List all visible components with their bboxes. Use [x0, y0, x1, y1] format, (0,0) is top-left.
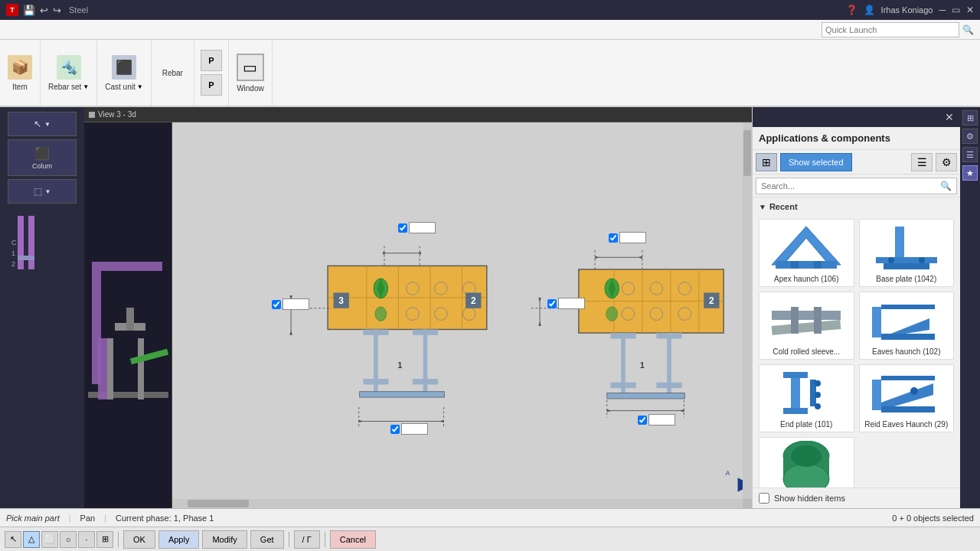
modify-button[interactable]: Modify	[202, 530, 247, 549]
right-panel-search-icon[interactable]: 🔍	[940, 181, 952, 191]
component-card-eaves-haunch[interactable]: Eaves haunch (102)	[859, 292, 955, 360]
svg-marker-84	[538, 298, 541, 302]
left-tool-select[interactable]: ↖ ▼	[8, 112, 77, 136]
dim-top-left	[398, 222, 436, 233]
right-panel: ✕ Applications & components ⊞ Show selec…	[752, 107, 960, 508]
svg-rect-96	[895, 227, 904, 257]
svg-point-64	[678, 308, 691, 321]
svg-marker-82	[638, 256, 642, 259]
ribbon-p2-btn[interactable]: P	[201, 74, 222, 96]
ribbon-rebar-label[interactable]: Rebar	[162, 69, 183, 77]
component-card-end-plate[interactable]: End plate (101)	[759, 364, 854, 432]
dim-top-right-field[interactable]	[619, 232, 646, 243]
user-name: Irhas Koniago	[881, 5, 933, 15]
right-panel-dark-header: ✕	[753, 107, 960, 127]
right-sidebar-btn-2[interactable]: ⚙	[962, 129, 978, 144]
view-3d-svg	[84, 122, 172, 508]
title-bar-undo[interactable]: ↩	[40, 5, 48, 16]
component-card-reid-eaves[interactable]: Reid Eaves Haunch (29)	[859, 364, 955, 432]
svg-rect-110	[783, 372, 808, 378]
status-right: 0 + 0 objects selected	[892, 514, 974, 523]
panel-list-view-btn[interactable]: ☰	[911, 153, 933, 171]
svg-point-58	[606, 307, 618, 321]
svg-point-63	[650, 308, 663, 321]
draw-tool-grid[interactable]: ⊞	[96, 531, 113, 548]
show-selected-btn[interactable]: Show selected	[780, 153, 852, 171]
dim-left-checkbox[interactable]	[272, 300, 281, 309]
close-btn[interactable]: ✕	[966, 5, 974, 15]
quick-launch-search-icon[interactable]: 🔍	[962, 24, 974, 35]
dim-top-left-checkbox[interactable]	[398, 223, 407, 233]
panel-grid-view-btn[interactable]: ⊞	[756, 153, 777, 171]
dim-bottom-right-checkbox[interactable]	[638, 416, 647, 425]
svg-point-61	[678, 282, 691, 295]
right-sidebar-btn-3[interactable]: ☰	[962, 147, 978, 162]
left-tool-extra[interactable]: ⬚ ▼	[8, 179, 77, 204]
svg-marker-43	[417, 252, 421, 255]
viewport-area: View 3 - 3d	[84, 107, 752, 508]
draw-tool-triangle[interactable]: △	[23, 531, 40, 548]
draw-tool-circle[interactable]: ○	[60, 531, 77, 548]
component-card-cold-rolled[interactable]: Cold rolled sleeve...	[759, 292, 854, 360]
svg-point-60	[650, 282, 663, 295]
main-viewport[interactable]: 3 2 1	[172, 122, 752, 508]
view-3d-panel[interactable]	[84, 122, 172, 508]
dim-bottom-left-field[interactable]	[401, 423, 428, 435]
dim-bottom-right-field[interactable]	[648, 414, 675, 425]
ribbon-item-label[interactable]: Item	[12, 83, 27, 91]
ribbon-castunit-label[interactable]: Cast unit	[105, 83, 135, 91]
right-sidebar-btn-4[interactable]: ★	[962, 165, 978, 181]
svg-rect-97	[876, 257, 937, 263]
component-name-reid-eaves: Reid Eaves Haunch (29)	[864, 420, 948, 429]
component-card-pipe[interactable]: Pipe fitting	[759, 437, 854, 487]
apply-button[interactable]: Apply	[158, 530, 200, 549]
right-panel-search-input[interactable]	[761, 181, 940, 191]
component-thumb-end-plate	[768, 368, 844, 418]
draw-tool-rect[interactable]: ⬜	[41, 531, 58, 548]
viewport-scrollbar-v[interactable]	[743, 122, 752, 508]
right-sidebar-btn-1[interactable]: ⊞	[962, 110, 978, 126]
component-card-apex-haunch[interactable]: Apex haunch (106)	[759, 219, 854, 287]
svg-rect-107	[881, 334, 935, 340]
dim-top-left-field[interactable]	[409, 222, 436, 233]
view-number-1: 1	[11, 249, 15, 257]
dim-left-right-field[interactable]	[558, 298, 585, 309]
cancel-button[interactable]: Cancel	[330, 530, 376, 549]
component-thumb-pipe	[768, 441, 844, 487]
get-button[interactable]: Get	[250, 530, 284, 549]
svg-rect-2	[138, 338, 144, 399]
ok-button[interactable]: OK	[123, 530, 155, 549]
ribbon-p1-btn[interactable]: P	[201, 50, 222, 71]
dim-left-right-checkbox[interactable]	[547, 299, 557, 308]
draw-tool-point[interactable]: ·	[78, 531, 95, 548]
show-hidden-checkbox[interactable]	[759, 493, 769, 504]
snap-button[interactable]: / Γ	[294, 530, 320, 549]
minimize-btn[interactable]: ─	[939, 5, 946, 15]
restore-btn[interactable]: ▭	[952, 5, 960, 15]
quick-launch-input[interactable]	[822, 22, 959, 37]
recent-section-header[interactable]: ▼ Recent	[753, 197, 960, 216]
ribbon-rebar-section: Rebar	[152, 40, 194, 106]
ribbon-window-label[interactable]: Window	[237, 84, 264, 93]
svg-rect-104	[814, 307, 822, 334]
dim-bottom-left-checkbox[interactable]	[390, 425, 400, 434]
ribbon-castunit-dropdown[interactable]: ▼	[137, 83, 143, 90]
right-panel-close-icon[interactable]: ✕	[945, 111, 954, 123]
left-tool-column[interactable]: ⬛ Colum	[8, 139, 77, 176]
svg-rect-1	[107, 338, 113, 399]
recent-collapse-icon: ▼	[759, 203, 766, 211]
bottom-separator-1	[118, 532, 119, 547]
component-thumb-reid-eaves	[868, 368, 945, 418]
title-bar-save[interactable]: 💾	[23, 5, 35, 16]
viewport-scrollbar-h[interactable]	[172, 499, 743, 508]
panel-settings-btn[interactable]: ⚙	[936, 153, 957, 171]
ribbon-rebarset-dropdown[interactable]: ▼	[83, 83, 89, 90]
help-icon[interactable]: ❓	[846, 5, 858, 15]
svg-point-59	[622, 282, 635, 295]
component-card-base-plate[interactable]: Base plate (1042)	[859, 219, 955, 287]
ribbon-rebarset-label[interactable]: Rebar set	[48, 83, 81, 91]
title-bar-redo[interactable]: ↪	[53, 5, 61, 16]
dim-top-right-checkbox[interactable]	[609, 233, 618, 243]
dim-left-field[interactable]	[283, 298, 309, 310]
draw-tool-arrow[interactable]: ↖	[5, 531, 21, 548]
